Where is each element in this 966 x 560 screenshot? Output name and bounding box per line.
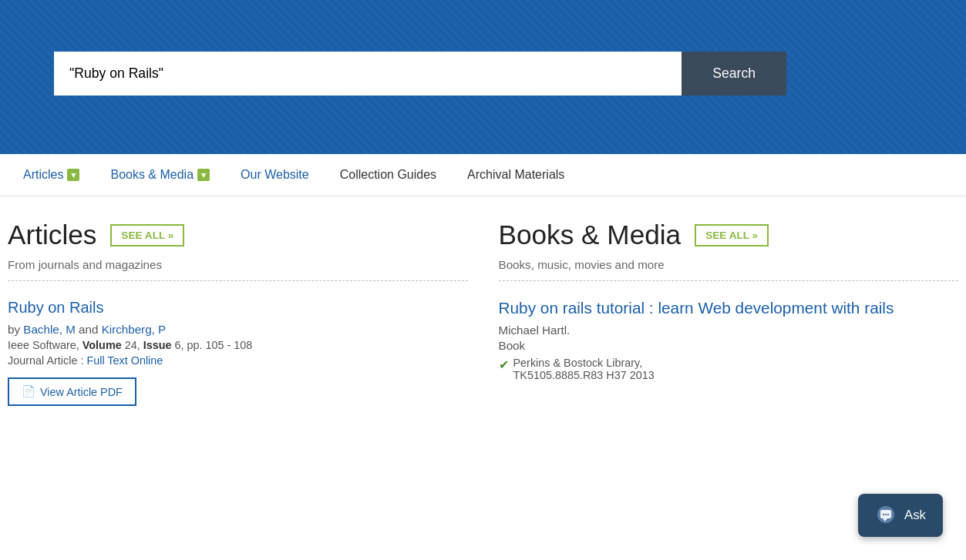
main-nav: Articles ▼ Books & Media ▼ Our Website C… — [0, 154, 966, 196]
pdf-icon: 📄 — [22, 385, 35, 398]
books-dropdown-icon: ▼ — [197, 169, 210, 181]
books-subtitle: Books, music, movies and more — [499, 258, 959, 271]
nav-our-website[interactable]: Our Website — [225, 154, 325, 196]
article-result-type: Journal Article : Full Text Online — [8, 354, 468, 367]
books-see-all-button[interactable]: SEE ALL » — [695, 224, 769, 246]
authors-prefix: by — [8, 323, 20, 336]
article-result-meta: Ieee Software, Volume 24, Issue 6, pp. 1… — [8, 339, 468, 351]
search-input[interactable] — [54, 52, 682, 96]
full-text-link[interactable]: Full Text Online — [86, 354, 163, 367]
articles-divider — [8, 280, 468, 281]
books-column: Books & Media SEE ALL » Books, music, mo… — [499, 220, 959, 406]
view-pdf-button[interactable]: 📄 View Article PDF — [8, 377, 136, 406]
author1-link[interactable]: Bachle, M — [23, 323, 76, 336]
books-title: Books & Media — [499, 220, 682, 250]
nav-collection-guides[interactable]: Collection Guides — [325, 154, 452, 196]
books-divider — [499, 280, 959, 281]
articles-header: Articles SEE ALL » — [8, 220, 468, 250]
book-result-1: Ruby on rails tutorial : learn Web devel… — [499, 297, 959, 381]
book-result-type: Book — [499, 339, 959, 352]
articles-column: Articles SEE ALL » From journals and mag… — [8, 220, 468, 406]
nav-books-media[interactable]: Books & Media ▼ — [95, 154, 225, 196]
article-result-title[interactable]: Ruby on Rails — [8, 297, 468, 318]
articles-see-all-button[interactable]: SEE ALL » — [110, 224, 184, 246]
availability-check-icon: ✔ — [499, 357, 509, 372]
nav-website-label: Our Website — [241, 168, 309, 182]
availability-text: Perkins & Bostock Library, TK5105.8885.R… — [513, 357, 655, 381]
nav-articles[interactable]: Articles ▼ — [8, 154, 95, 196]
book-result-author: Michael Hartl. — [499, 324, 959, 337]
article-result-authors: by Bachle, M and Kirchberg, P — [8, 323, 468, 336]
books-header: Books & Media SEE ALL » — [499, 220, 959, 250]
book-availability: ✔ Perkins & Bostock Library, TK5105.8885… — [499, 357, 959, 381]
search-button[interactable]: Search — [682, 52, 786, 96]
article-result-1: Ruby on Rails by Bachle, M and Kirchberg… — [8, 297, 468, 406]
hero-section: Search — [0, 0, 966, 154]
type-prefix: Journal Article : — [8, 354, 86, 367]
nav-books-label: Books & Media — [110, 168, 194, 182]
nav-archival-materials[interactable]: Archival Materials — [452, 154, 580, 196]
author-and: and — [79, 323, 98, 336]
nav-collection-label: Collection Guides — [340, 168, 436, 182]
articles-title: Articles — [8, 220, 96, 250]
articles-dropdown-icon: ▼ — [67, 169, 79, 181]
nav-archival-label: Archival Materials — [467, 168, 564, 182]
view-pdf-label: View Article PDF — [40, 386, 123, 398]
book-result-title[interactable]: Ruby on rails tutorial : learn Web devel… — [499, 297, 959, 319]
nav-articles-label: Articles — [23, 168, 63, 182]
articles-subtitle: From journals and magazines — [8, 258, 468, 271]
search-bar: Search — [54, 52, 786, 96]
main-content: Articles SEE ALL » From journals and mag… — [0, 196, 966, 421]
author2-link[interactable]: Kirchberg, P — [102, 323, 167, 336]
